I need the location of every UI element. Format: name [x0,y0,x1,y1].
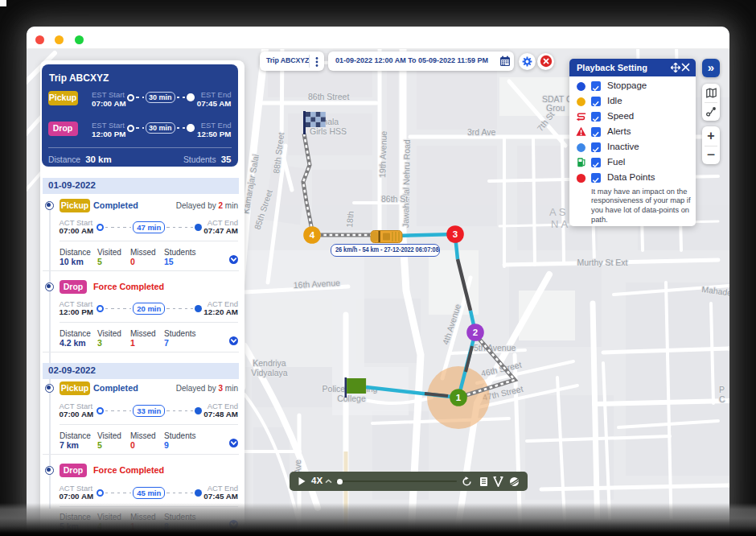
svg-text:Kendriya: Kendriya [253,358,286,368]
svg-text:College: College [337,394,366,403]
svg-text:86th Street: 86th Street [308,92,349,101]
svg-text:P: P [719,385,725,394]
svg-text:3: 3 [453,229,458,239]
svg-text:86th St: 86th St [381,194,408,204]
svg-text:NA: NA [551,218,570,230]
svg-text:C: C [719,394,725,404]
svg-text:18th: 18th [344,211,355,229]
svg-text:Girls HSS: Girls HSS [310,126,347,136]
svg-text:Grou: Grou [546,103,565,113]
svg-text:5th Avenue: 5th Avenue [474,343,516,353]
svg-text:2: 2 [473,328,478,337]
svg-text:Murthy St Ext: Murthy St Ext [577,258,627,267]
svg-text:19th Avenue: 19th Avenue [377,130,388,178]
svg-text:3rd Ave: 3rd Ave [467,127,496,137]
svg-text:4: 4 [310,230,315,240]
svg-text:Jawaharlal Nehru Road: Jawaharlal Nehru Road [401,139,412,228]
svg-text:1: 1 [456,393,462,402]
svg-text:Vidyalaya: Vidyalaya [251,368,287,377]
svg-text:AS: AS [549,206,568,218]
